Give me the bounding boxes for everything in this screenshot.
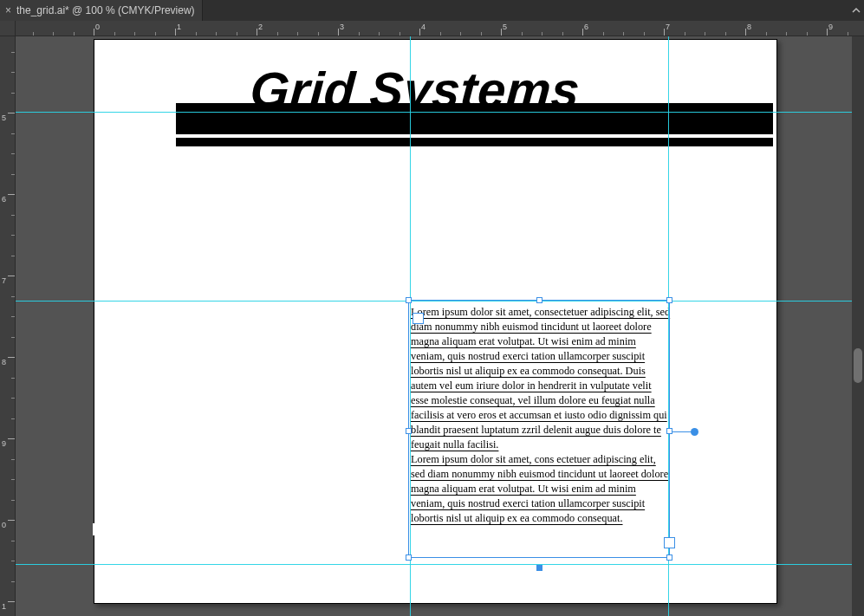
ruler-horizontal[interactable]: 0123456789	[0, 21, 864, 36]
chevron-up-icon[interactable]	[852, 6, 861, 15]
document-tab[interactable]: × the_grid.ai* @ 100 % (CMYK/Preview)	[0, 0, 203, 21]
text-thread-link-line	[672, 431, 691, 432]
ruler-h-label: 6	[584, 23, 588, 31]
ruler-v-label: 5	[2, 113, 6, 122]
close-tab-icon[interactable]: ×	[5, 5, 11, 16]
ruler-v-label: 0	[2, 521, 6, 529]
black-bar-thick[interactable]	[176, 103, 773, 134]
ruler-h-label: 8	[747, 23, 751, 31]
artboard[interactable]: Grid Systems Lorem ipsum dolor sit amet,…	[94, 39, 777, 604]
ruler-h-label: 0	[95, 23, 100, 31]
ruler-h-label: 1	[177, 23, 181, 31]
ruler-v-label: 8	[2, 358, 6, 366]
scrollbar-thumb[interactable]	[854, 348, 862, 383]
page-edge-marker	[93, 523, 95, 535]
ruler-h-label: 9	[828, 23, 833, 31]
ruler-h-label: 5	[503, 23, 507, 31]
ruler-h-label: 4	[421, 23, 426, 31]
document-tab-bar: × the_grid.ai* @ 100 % (CMYK/Preview)	[0, 0, 864, 21]
body-paragraph-2: Lorem ipsum dolor sit amet, cons ectetue…	[411, 452, 671, 526]
canvas[interactable]: Grid Systems Lorem ipsum dolor sit amet,…	[16, 36, 864, 616]
ruler-v-label: 6	[2, 195, 6, 204]
ruler-h-label: 7	[666, 23, 670, 31]
text-thread-link-endpoint[interactable]	[691, 428, 698, 436]
black-bar-thin[interactable]	[176, 138, 773, 146]
ruler-v-label: 7	[2, 276, 6, 285]
ruler-v-label: 1	[2, 602, 6, 611]
scrollbar-vertical[interactable]	[852, 36, 864, 616]
ruler-h-label: 3	[340, 23, 344, 31]
document-tab-title: the_grid.ai* @ 100 % (CMYK/Preview)	[16, 4, 195, 16]
body-text-frame[interactable]: Lorem ipsum dolor sit amet, consectetuer…	[411, 305, 671, 526]
ruler-v-label: 9	[2, 439, 6, 448]
ruler-vertical[interactable]: 5678901	[0, 36, 16, 616]
ruler-h-label: 2	[258, 23, 263, 31]
ruler-origin-corner[interactable]	[0, 21, 16, 36]
body-paragraph-1: Lorem ipsum dolor sit amet, consectetuer…	[411, 305, 671, 452]
